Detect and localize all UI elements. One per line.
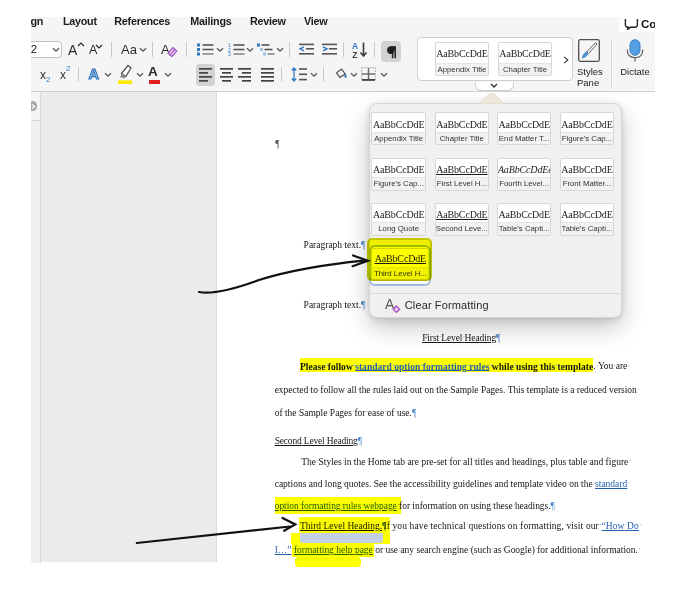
svg-text:3: 3: [228, 51, 231, 56]
svg-text:A: A: [89, 66, 100, 82]
svg-text:Z: Z: [352, 50, 357, 60]
